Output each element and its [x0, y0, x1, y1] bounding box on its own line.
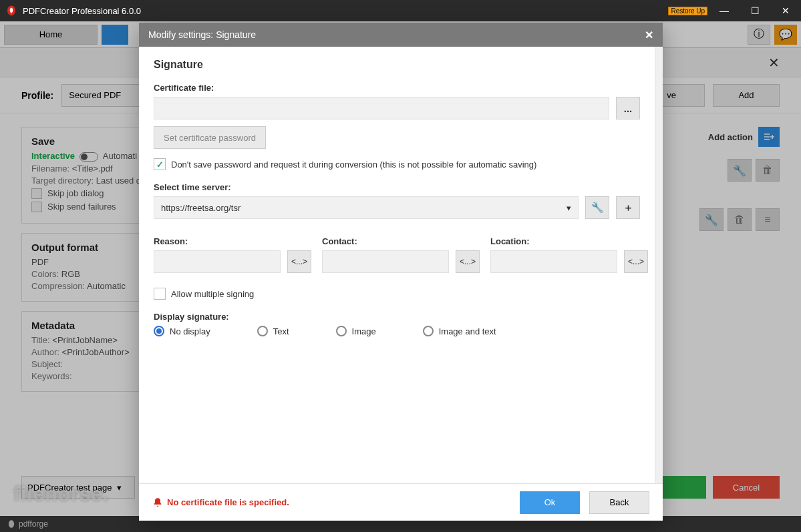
chevron-down-icon: ▾ [567, 203, 571, 213]
modal-title: Modify settings: Signature [148, 29, 256, 40]
set-cert-password-button[interactable]: Set certificate password [154, 126, 266, 149]
signature-settings-modal: Modify settings: Signature ✕ Signature C… [139, 23, 663, 521]
maximize-button[interactable]: ☐ [740, 0, 770, 21]
ok-button[interactable]: Ok [520, 491, 580, 514]
radio-dot-icon [423, 326, 434, 336]
radio-image-text[interactable]: Image and text [423, 326, 496, 336]
reason-label: Reason: [154, 236, 311, 246]
contact-label: Contact: [322, 236, 480, 246]
modal-heading: Signature [154, 59, 640, 71]
minimize-button[interactable]: — [709, 0, 740, 21]
alert-bell-icon [152, 497, 163, 508]
time-server-label: Select time server: [154, 182, 640, 192]
modal-body: Signature Certificate file: ... Set cert… [139, 47, 655, 483]
app-logo-icon [5, 5, 17, 17]
error-message: No certificate file is specified. [152, 497, 510, 508]
radio-no-display[interactable]: No display [154, 326, 210, 336]
modal-footer: No certificate file is specified. Ok Bac… [139, 483, 663, 521]
location-token-button[interactable]: <...> [624, 250, 648, 273]
time-server-select[interactable]: https://freetsa.org/tsr ▾ [154, 196, 579, 219]
time-server-settings-button[interactable]: 🔧 [585, 196, 609, 219]
display-signature-radios: No display Text Image Image and text [154, 326, 640, 336]
restore-tag: Restore Up [668, 7, 707, 15]
cert-file-input[interactable] [154, 97, 609, 119]
modal-scrollbar[interactable] [655, 47, 663, 483]
close-button[interactable]: ✕ [770, 0, 801, 21]
radio-dot-icon [257, 326, 268, 336]
reason-input[interactable] [154, 250, 281, 273]
wrench-icon: 🔧 [591, 202, 604, 214]
location-label: Location: [490, 236, 648, 246]
radio-dot-icon [336, 326, 347, 336]
modal-title-bar: Modify settings: Signature ✕ [139, 23, 663, 47]
radio-image[interactable]: Image [336, 326, 376, 336]
cert-file-label: Certificate file: [154, 83, 640, 93]
dont-save-pwd-checkbox[interactable]: ✓ [154, 158, 166, 170]
reason-token-button[interactable]: <...> [287, 250, 311, 273]
title-bar: PDFCreator Professional 6.0.0 Restore Up… [0, 0, 801, 21]
plus-icon: ＋ [623, 202, 633, 214]
modal-close-button[interactable]: ✕ [645, 29, 653, 41]
window-title: PDFCreator Professional 6.0.0 [23, 6, 668, 16]
back-button[interactable]: Back [589, 491, 649, 514]
allow-multi-checkbox[interactable]: ✓ [154, 288, 166, 300]
radio-dot-icon [154, 326, 164, 336]
radio-text[interactable]: Text [257, 326, 289, 336]
allow-multi-label: Allow multiple signing [171, 289, 254, 299]
dont-save-pwd-label: Don't save password and request it durin… [171, 160, 536, 170]
contact-token-button[interactable]: <...> [456, 250, 480, 273]
browse-button[interactable]: ... [616, 97, 640, 119]
time-server-add-button[interactable]: ＋ [616, 196, 640, 219]
location-input[interactable] [490, 250, 617, 273]
contact-input[interactable] [322, 250, 449, 273]
display-signature-label: Display signature: [154, 312, 640, 322]
